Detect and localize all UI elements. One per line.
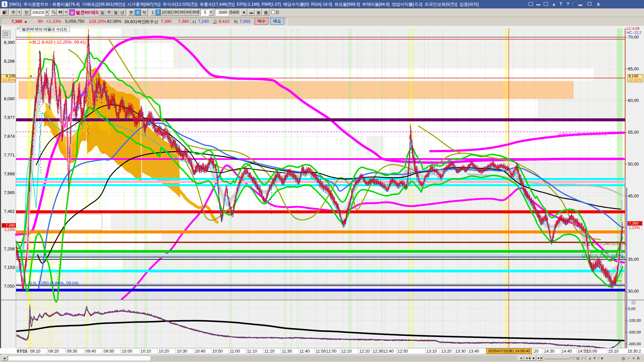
svg-text:7,874: 7,874 bbox=[4, 134, 15, 139]
svg-text:55,00: 55,00 bbox=[628, 130, 639, 135]
svg-text:7,256: 7,256 bbox=[4, 246, 15, 251]
svg-text:-100,00: -100,00 bbox=[628, 318, 641, 322]
svg-text:*: * bbox=[39, 50, 41, 57]
svg-text:HC:-12,2: HC:-12,2 bbox=[627, 31, 641, 35]
svg-text:당일시가 7,240 (0,9%): 당일시가 7,240 (0,9%) bbox=[581, 254, 623, 258]
svg-text:7,153: 7,153 bbox=[4, 265, 15, 270]
svg-text:7,668: 7,668 bbox=[4, 171, 15, 176]
svg-text:60,00: 60,00 bbox=[628, 98, 639, 103]
svg-text:-300,00: -300,00 bbox=[628, 342, 641, 346]
svg-text:8,080: 8,080 bbox=[4, 96, 15, 101]
svg-text:텔콘RF제약 매물대 수(13): 텔콘RF제약 매물대 수(13) bbox=[22, 27, 67, 31]
svg-text:50,00: 50,00 bbox=[628, 162, 639, 167]
svg-text:x: x bbox=[633, 301, 634, 304]
svg-text:피봇1차저항 7,860 (0,5%): 피봇1차저항 7,860 (0,5%) bbox=[558, 132, 606, 136]
svg-text:65,00: 65,00 bbox=[628, 66, 639, 71]
svg-text:최고 8,410 (-12,25%, 09:41): 최고 8,410 (-12,25%, 09:41) bbox=[32, 40, 87, 45]
svg-text:0,00: 0,00 bbox=[628, 307, 635, 311]
svg-text:45,00: 45,00 bbox=[628, 193, 639, 198]
svg-text:7,050: 7,050 bbox=[4, 284, 15, 289]
svg-text:-200,00: -200,00 bbox=[628, 330, 641, 334]
svg-text:7,565: 7,565 bbox=[4, 190, 15, 195]
svg-text:*: * bbox=[87, 35, 90, 42]
svg-text:2: 2 bbox=[409, 135, 411, 139]
svg-text:최저 7,050 (4,68%, 09:04): 최저 7,050 (4,68%, 09:04) bbox=[28, 281, 78, 286]
svg-text:70,00: 70,00 bbox=[628, 35, 639, 40]
svg-text:전일종가 7,290 (0,00%): 전일종가 7,290 (0,00%) bbox=[582, 241, 626, 246]
svg-text:1,23%: 1,23% bbox=[629, 226, 640, 230]
svg-text:8,286: 8,286 bbox=[4, 59, 15, 64]
svg-text:7,771: 7,771 bbox=[4, 153, 15, 158]
svg-text:30,00: 30,00 bbox=[628, 289, 639, 294]
svg-text:-12,41%: -12,41% bbox=[628, 78, 642, 82]
svg-text:35,00: 35,00 bbox=[628, 257, 639, 262]
svg-text:12,41%: 12,41% bbox=[2, 78, 15, 82]
svg-text:7,380: 7,380 bbox=[5, 223, 15, 227]
svg-text:7,380: 7,380 bbox=[629, 221, 639, 225]
svg-text:7,462: 7,462 bbox=[4, 209, 15, 214]
svg-text:*: * bbox=[30, 74, 32, 80]
svg-text:8,390: 8,390 bbox=[4, 40, 15, 45]
svg-text:LC:4,68: LC:4,68 bbox=[627, 26, 640, 31]
svg-text:7,977: 7,977 bbox=[4, 115, 15, 120]
svg-text:1,23%: 1,23% bbox=[4, 228, 15, 232]
